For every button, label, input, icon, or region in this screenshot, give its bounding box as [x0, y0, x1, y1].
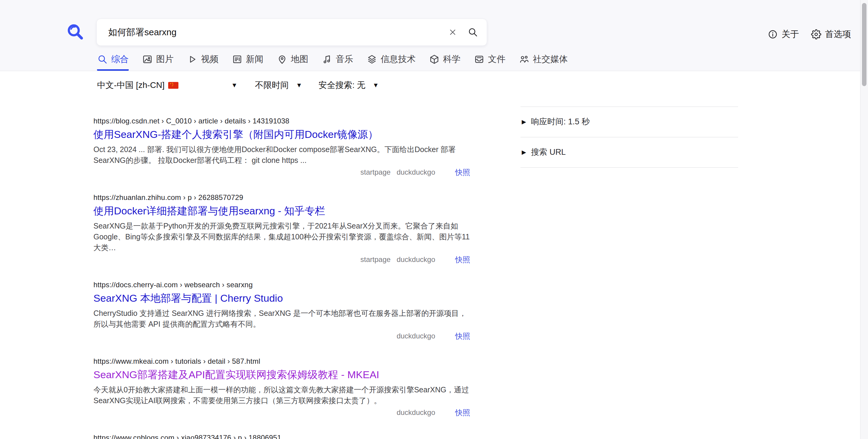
engine-label: duckduckgo	[397, 332, 435, 340]
category-tabs: 综合 图片 视频 新闻 地图 音乐 信息技术 科学 文件 社交媒体	[97, 53, 568, 71]
tab-label: 图片	[156, 53, 174, 65]
map-icon	[277, 54, 287, 65]
tab-信息技术[interactable]: 信息技术	[367, 53, 415, 71]
search-result: https://docs.cherry-ai.com › websearch ›…	[93, 281, 470, 341]
result-snippet: CherryStudio 支持通过 SearXNG 进行网络搜索，SearXNG…	[93, 308, 470, 329]
about-link[interactable]: 关于	[768, 28, 799, 40]
search-input[interactable]	[107, 27, 448, 38]
dots-vertical-icon[interactable]	[441, 168, 449, 176]
filter-bar: 中文-中国 [zh-CN] ▼ 不限时间 ▼ 安全搜索: 无 ▼	[97, 79, 379, 91]
tab-文件[interactable]: 文件	[474, 53, 505, 71]
result-meta: duckduckgo 快照	[93, 331, 470, 341]
dots-vertical-icon[interactable]	[441, 332, 449, 340]
chevron-right-icon: ▶	[522, 149, 526, 156]
dots-vertical-icon[interactable]	[441, 256, 449, 264]
engine-label: startpage	[361, 168, 391, 176]
result-title-link[interactable]: SearXNG部署搭建及API配置实现联网搜索保姆级教程 - MKEAI	[93, 368, 379, 381]
clear-search-icon[interactable]	[448, 28, 457, 37]
header: 关于 首选项 综合 图片 视频 新闻 地图 音乐 信息技术	[0, 0, 868, 71]
files-icon	[474, 54, 485, 65]
info-sidebar: ▶ 响应时间: 1.5 秒 ▶ 搜索 URL	[521, 107, 738, 168]
sidebar-divider	[521, 167, 738, 168]
dots-vertical-icon[interactable]	[441, 409, 449, 416]
about-label: 关于	[781, 28, 799, 40]
result-url: https://www.mkeai.com › tutorials › deta…	[93, 357, 470, 366]
chevron-down-icon: ▼	[373, 81, 379, 89]
info-icon	[768, 29, 778, 39]
tab-label: 新闻	[246, 53, 264, 65]
engine-label: duckduckgo	[397, 168, 435, 176]
result-title-link[interactable]: 使用SearXNG-搭建个人搜索引擎（附国内可用Docker镜像源）	[93, 128, 378, 141]
tab-综合[interactable]: 综合	[97, 53, 129, 71]
engine-label: startpage	[361, 255, 391, 264]
search-icon	[97, 54, 108, 65]
language-select[interactable]: 中文-中国 [zh-CN] ▼	[97, 79, 238, 91]
tab-图片[interactable]: 图片	[142, 53, 174, 71]
cached-link[interactable]: 快照	[455, 167, 470, 177]
music-icon	[321, 54, 333, 65]
cn-flag-icon	[168, 82, 179, 89]
time-range-value: 不限时间	[255, 79, 289, 91]
search-result: https://zhuanlan.zhihu.com › p › 2628857…	[93, 193, 470, 265]
tab-新闻[interactable]: 新闻	[232, 53, 264, 71]
response-time-label: 响应时间: 1.5 秒	[531, 116, 590, 127]
tab-label: 信息技术	[381, 53, 415, 65]
searxng-logo-icon	[66, 23, 84, 40]
result-url: https://docs.cherry-ai.com › websearch ›…	[93, 281, 470, 289]
chevron-down-icon: ▼	[296, 81, 302, 89]
social-icon	[519, 54, 530, 65]
language-value: 中文-中国 [zh-CN]	[97, 79, 164, 91]
tab-label: 综合	[111, 53, 129, 65]
header-links: 关于 首选项	[768, 28, 851, 40]
cached-link[interactable]: 快照	[455, 408, 470, 417]
scrollbar-track[interactable]	[860, 0, 868, 439]
tab-音乐[interactable]: 音乐	[321, 53, 353, 71]
tab-label: 科学	[443, 53, 461, 65]
cached-link[interactable]: 快照	[455, 255, 470, 265]
search-result: https://blog.csdn.net › C_0010 › article…	[93, 117, 470, 178]
chevron-down-icon: ▼	[231, 81, 238, 89]
result-snippet: SearXNG是一款基于Python开发的开源免费互联网元搜索引擎，于2021年…	[93, 221, 470, 253]
time-range-select[interactable]: 不限时间 ▼	[255, 79, 302, 91]
cached-link[interactable]: 快照	[455, 331, 470, 341]
tab-label: 地图	[291, 53, 308, 65]
search-bar	[96, 19, 487, 46]
scrollbar-thumb[interactable]	[862, 3, 867, 86]
science-icon	[429, 54, 440, 65]
chevron-right-icon: ▶	[522, 118, 526, 125]
engine-label: duckduckgo	[397, 255, 435, 264]
safesearch-select[interactable]: 安全搜索: 无 ▼	[318, 79, 379, 91]
tab-label: 音乐	[336, 53, 353, 65]
search-url-toggle[interactable]: ▶ 搜索 URL	[521, 137, 738, 167]
result-meta: duckduckgo 快照	[93, 407, 470, 418]
search-url-label: 搜索 URL	[531, 147, 566, 158]
results-list: https://blog.csdn.net › C_0010 › article…	[93, 117, 470, 439]
news-icon	[232, 54, 243, 65]
result-title-link[interactable]: 使用Docker详细搭建部署与使用searxng - 知乎专栏	[93, 204, 325, 217]
result-url: https://blog.csdn.net › C_0010 › article…	[93, 117, 470, 125]
preferences-link[interactable]: 首选项	[811, 28, 851, 40]
searxng-results-page: 关于 首选项 综合 图片 视频 新闻 地图 音乐 信息技术	[0, 0, 868, 439]
tab-地图[interactable]: 地图	[277, 53, 308, 71]
image-icon	[142, 54, 153, 65]
safesearch-value: 安全搜索: 无	[318, 79, 366, 91]
search-result: https://www.cnblogs.com › xiao987334176 …	[93, 434, 470, 439]
search-submit-icon[interactable]	[467, 27, 478, 38]
tab-科学[interactable]: 科学	[429, 53, 461, 71]
tab-label: 文件	[488, 53, 505, 65]
tab-label: 视频	[201, 53, 218, 65]
result-snippet: Oct 23, 2024 ... 部署. 我们可以很方便地使用Docker和Do…	[93, 144, 470, 166]
search-result: https://www.mkeai.com › tutorials › deta…	[93, 357, 470, 418]
gear-icon	[811, 29, 821, 39]
result-url: https://www.cnblogs.com › xiao987334176 …	[93, 434, 470, 439]
result-meta: startpageduckduckgo 快照	[93, 167, 470, 178]
result-meta: startpageduckduckgo 快照	[93, 254, 470, 265]
tab-视频[interactable]: 视频	[187, 53, 218, 71]
tab-label: 社交媒体	[533, 53, 568, 65]
result-url: https://zhuanlan.zhihu.com › p › 2628857…	[93, 193, 470, 202]
result-snippet: 今天就从0开始教大家搭建和上面一模一样的功能，所以这篇文章先教大家搭建一个开源搜…	[93, 384, 470, 406]
result-title-link[interactable]: SearXNG 本地部署与配置 | Cherry Studio	[93, 292, 283, 305]
tab-社交媒体[interactable]: 社交媒体	[519, 53, 568, 71]
preferences-label: 首选项	[825, 28, 851, 40]
response-time-toggle[interactable]: ▶ 响应时间: 1.5 秒	[521, 107, 738, 137]
